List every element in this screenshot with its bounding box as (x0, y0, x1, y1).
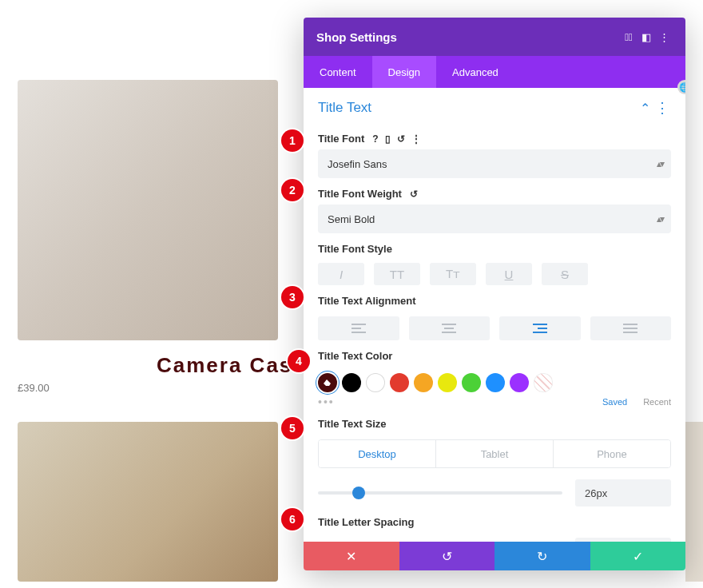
label-title-color: Title Text Color (304, 340, 685, 367)
color-tab-saved[interactable]: Saved (602, 397, 627, 407)
size-slider-row: 26px (304, 468, 685, 507)
layout-icon[interactable]: ◧ (637, 31, 655, 43)
reset-icon[interactable]: ↺ (397, 133, 405, 145)
confirm-button[interactable]: ✓ (590, 542, 686, 570)
annotation-marker-3: 3 (281, 286, 304, 308)
reset-icon[interactable]: ↺ (410, 189, 418, 200)
device-desktop-tab[interactable]: Desktop (319, 440, 435, 467)
align-row (304, 312, 685, 340)
undo-button[interactable]: ↺ (399, 542, 495, 570)
color-swatch-black[interactable] (342, 373, 361, 392)
help-icon[interactable]: ? (372, 133, 378, 145)
color-sub-row: ••• Saved Recent (304, 392, 685, 408)
label-title-font-text: Title Font (318, 133, 364, 145)
color-swatch-white[interactable] (366, 373, 385, 392)
title-weight-value: Semi Bold (328, 213, 375, 225)
style-strike-button[interactable]: S (542, 263, 588, 285)
color-swatch-green[interactable] (462, 373, 481, 392)
device-tablet-tab[interactable]: Tablet (435, 440, 553, 467)
color-swatch-custom[interactable] (318, 373, 337, 392)
color-swatch-orange[interactable] (414, 373, 433, 392)
color-more-icon[interactable]: ••• (318, 395, 335, 408)
product-title: Camera Case (157, 353, 306, 378)
more-icon[interactable]: ⋮ (411, 133, 421, 145)
tab-bar: Content Design Advanced (304, 56, 685, 88)
size-slider-track[interactable] (318, 491, 562, 495)
chevron-updown-icon: ▴▾ (657, 213, 663, 224)
annotation-marker-2: 2 (281, 179, 304, 201)
label-title-spacing: Title Letter Spacing (304, 507, 685, 533)
device-phone-tab[interactable]: Phone (553, 440, 670, 467)
style-smallcaps-button[interactable]: Tᴛ (430, 263, 476, 285)
color-swatch-yellow[interactable] (438, 373, 457, 392)
label-title-size-text: Title Text Size (318, 418, 387, 430)
chevron-updown-icon: ▴▾ (657, 158, 663, 169)
style-underline-button[interactable]: U (486, 263, 532, 285)
size-slider-knob[interactable] (352, 487, 365, 499)
product-image-2-bg (18, 422, 278, 582)
spacing-slider-row: 2px (304, 533, 685, 542)
style-uppercase-button[interactable]: TT (374, 263, 420, 285)
annotation-marker-6: 6 (281, 508, 304, 530)
style-italic-button[interactable]: I (318, 263, 364, 285)
collapse-icon[interactable]: ⌃ (637, 101, 653, 116)
device-tabs: Desktop Tablet Phone (318, 439, 671, 468)
section-title[interactable]: Title Text (318, 100, 637, 116)
device-icon[interactable]: ▯ (385, 133, 391, 145)
product-image-1-bg (18, 80, 278, 340)
redo-button[interactable]: ↻ (494, 542, 590, 570)
annotation-marker-5: 5 (281, 417, 304, 439)
label-title-size: Title Text Size (304, 408, 685, 435)
label-title-weight-text: Title Font Weight (318, 188, 402, 200)
title-font-select[interactable]: Josefin Sans ▴▾ (318, 149, 671, 178)
tab-content[interactable]: Content (304, 56, 372, 88)
annotation-marker-4: 4 (288, 350, 310, 372)
label-title-font: Title Font ? ▯ ↺ ⋮ (304, 123, 685, 149)
label-title-align-text: Title Text Alignment (318, 295, 416, 307)
align-center-button[interactable] (409, 316, 491, 340)
product-image-2 (18, 422, 278, 582)
color-swatch-row (304, 367, 685, 392)
align-left-button[interactable] (318, 316, 399, 340)
header-more-icon[interactable]: ⋮ (655, 31, 673, 43)
label-title-color-text: Title Text Color (318, 350, 392, 362)
settings-panel: 🌐 Shop Settings �⃞ ◧ ⋮ Content Design Ad… (304, 18, 685, 570)
panel-footer: ✕ ↺ ↻ ✓ (304, 542, 685, 570)
section-more-icon[interactable]: ⋮ (653, 99, 671, 117)
product-price: £39.00 (18, 382, 50, 394)
cancel-button[interactable]: ✕ (304, 542, 399, 570)
color-swatch-purple[interactable] (510, 373, 529, 392)
label-title-spacing-text: Title Letter Spacing (318, 516, 414, 528)
style-button-row: I TT Tᴛ U S (304, 260, 685, 285)
size-value-input[interactable]: 26px (575, 479, 671, 507)
align-justify-button[interactable] (590, 316, 672, 340)
label-title-weight: Title Font Weight ↺ (304, 178, 685, 205)
color-tab-recent[interactable]: Recent (643, 397, 671, 407)
size-value-text: 26px (585, 487, 607, 499)
annotation-marker-1: 1 (281, 129, 304, 152)
panel-header: Shop Settings �⃞ ◧ ⋮ (304, 18, 685, 56)
color-swatch-none[interactable] (534, 373, 553, 392)
section-header: Title Text ⌃ ⋮ (304, 88, 685, 123)
title-weight-select[interactable]: Semi Bold ▴▾ (318, 205, 671, 233)
tab-design[interactable]: Design (372, 56, 436, 88)
label-title-style: Title Font Style (304, 233, 685, 260)
next-product-peek (685, 422, 703, 582)
product-image-1 (18, 80, 278, 340)
align-right-button[interactable] (499, 316, 581, 340)
label-title-align: Title Text Alignment (304, 285, 685, 312)
panel-title: Shop Settings (316, 30, 620, 44)
tab-advanced[interactable]: Advanced (436, 56, 514, 88)
title-font-value: Josefin Sans (328, 158, 387, 170)
color-swatch-red[interactable] (390, 373, 409, 392)
label-title-style-text: Title Font Style (318, 243, 392, 255)
panel-body: Title Text ⌃ ⋮ Title Font ? ▯ ↺ ⋮ Josefi… (304, 88, 685, 542)
focus-icon[interactable]: �⃞ (620, 31, 637, 43)
color-swatch-blue[interactable] (486, 373, 505, 392)
globe-icon[interactable]: 🌐 (677, 80, 685, 94)
